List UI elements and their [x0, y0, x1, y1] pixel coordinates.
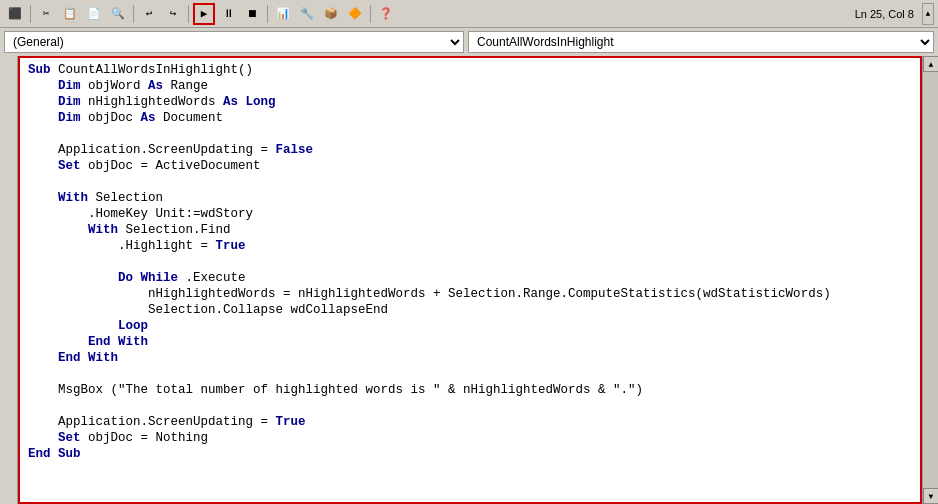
find-button[interactable]: 🔍 — [107, 3, 129, 25]
code-line-18: End With — [28, 334, 912, 350]
code-line-2: Dim objWord As Range — [28, 78, 912, 94]
code-line-25: End Sub — [28, 446, 912, 462]
scroll-down-button[interactable]: ▼ — [923, 488, 938, 504]
code-line-6: Application.ScreenUpdating = False — [28, 142, 912, 158]
chart-button[interactable]: 📊 — [272, 3, 294, 25]
code-line-3: Dim nHighlightedWords As Long — [28, 94, 912, 110]
code-line-1: Sub CountAllWordsInHighlight() — [28, 62, 912, 78]
code-line-10: .HomeKey Unit:=wdStory — [28, 206, 912, 222]
code-line-8 — [28, 174, 912, 190]
paste-button[interactable]: 📄 — [83, 3, 105, 25]
code-line-9: With Selection — [28, 190, 912, 206]
separator-3 — [188, 5, 189, 23]
run-button[interactable]: ▶ — [193, 3, 215, 25]
separator-4 — [267, 5, 268, 23]
code-line-12: .Highlight = True — [28, 238, 912, 254]
code-line-16: Selection.Collapse wdCollapseEnd — [28, 302, 912, 318]
scroll-up-button[interactable]: ▲ — [923, 56, 938, 72]
toolbar: ⬛ ✂ 📋 📄 🔍 ↩ ↪ ▶ ⏸ ⏹ 📊 🔧 📦 🔶 ❓ Ln 25, Col… — [0, 0, 938, 28]
code-line-11: With Selection.Find — [28, 222, 912, 238]
line-number-gutter — [0, 56, 18, 504]
procedure-dropdown[interactable]: CountAllWordsInHighlight — [468, 31, 934, 53]
ref-button[interactable]: 🔶 — [344, 3, 366, 25]
code-line-22 — [28, 398, 912, 414]
code-line-15: nHighlightedWords = nHighlightedWords + … — [28, 286, 912, 302]
help-button[interactable]: ❓ — [375, 3, 397, 25]
package-button[interactable]: 📦 — [320, 3, 342, 25]
code-line-4: Dim objDoc As Document — [28, 110, 912, 126]
toolbar-scrollbar[interactable]: ▲ — [922, 3, 934, 25]
tools-button[interactable]: 🔧 — [296, 3, 318, 25]
copy-button[interactable]: 📋 — [59, 3, 81, 25]
separator-5 — [370, 5, 371, 23]
code-editor[interactable]: Sub CountAllWordsInHighlight() Dim objWo… — [18, 56, 922, 504]
separator-2 — [133, 5, 134, 23]
toolbar-icon-1[interactable]: ⬛ — [4, 3, 26, 25]
undo-button[interactable]: ↩ — [138, 3, 160, 25]
code-line-23: Application.ScreenUpdating = True — [28, 414, 912, 430]
code-line-14: Do While .Execute — [28, 270, 912, 286]
code-line-7: Set objDoc = ActiveDocument — [28, 158, 912, 174]
vertical-scrollbar[interactable]: ▲ ▼ — [922, 56, 938, 504]
redo-button[interactable]: ↪ — [162, 3, 184, 25]
stop-button[interactable]: ⏹ — [241, 3, 263, 25]
code-line-5 — [28, 126, 912, 142]
code-line-13 — [28, 254, 912, 270]
code-line-24: Set objDoc = Nothing — [28, 430, 912, 446]
dropdowns-row: (General) CountAllWordsInHighlight — [0, 28, 938, 56]
pause-button[interactable]: ⏸ — [217, 3, 239, 25]
cut-button[interactable]: ✂ — [35, 3, 57, 25]
status-box: Ln 25, Col 8 — [849, 6, 920, 22]
code-line-19: End With — [28, 350, 912, 366]
scroll-track[interactable] — [923, 72, 938, 488]
editor-container: Sub CountAllWordsInHighlight() Dim objWo… — [0, 56, 938, 504]
separator-1 — [30, 5, 31, 23]
code-line-20 — [28, 366, 912, 382]
general-dropdown[interactable]: (General) — [4, 31, 464, 53]
code-line-21: MsgBox ("The total number of highlighted… — [28, 382, 912, 398]
code-line-17: Loop — [28, 318, 912, 334]
